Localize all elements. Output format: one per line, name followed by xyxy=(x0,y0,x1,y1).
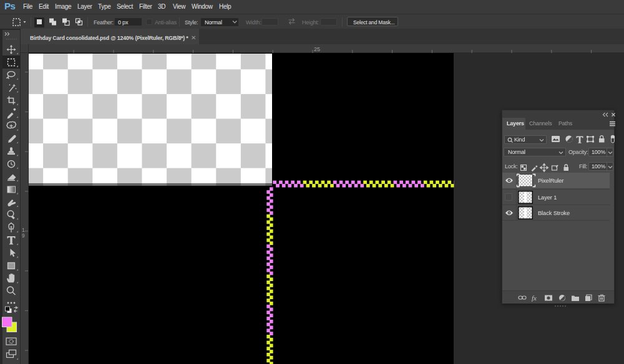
svg-text:9: 9 xyxy=(22,232,25,239)
svg-text:fx: fx xyxy=(532,294,537,302)
svg-text:25: 25 xyxy=(314,46,320,52)
